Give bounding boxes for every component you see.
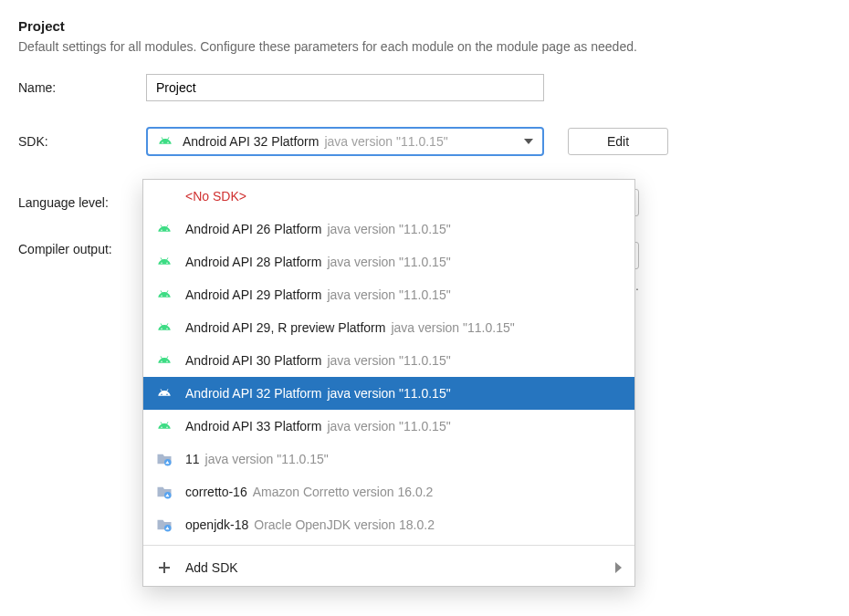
svg-point-3 bbox=[166, 229, 168, 231]
sdk-option-version: java version "11.0.15" bbox=[327, 287, 450, 302]
svg-point-5 bbox=[166, 262, 168, 264]
sdk-edit-button[interactable]: Edit bbox=[568, 128, 668, 155]
sdk-selected-name: Android API 32 Platform bbox=[183, 134, 319, 149]
project-name-input[interactable] bbox=[146, 74, 544, 101]
android-icon bbox=[156, 289, 173, 300]
svg-point-7 bbox=[166, 295, 168, 297]
sdk-option[interactable]: <No SDK> bbox=[143, 180, 634, 213]
sdk-combobox[interactable]: Android API 32 Platform java version "11… bbox=[146, 127, 544, 156]
sdk-option-version: java version "11.0.15" bbox=[327, 222, 450, 236]
sdk-option[interactable]: Android API 29, R preview Platformjava v… bbox=[143, 311, 634, 320]
svg-point-4 bbox=[161, 262, 162, 264]
android-icon bbox=[157, 136, 173, 147]
sdk-option[interactable]: Android API 26 Platformjava version "11.… bbox=[143, 213, 634, 245]
sdk-row: SDK: Android API 32 Platform java versio… bbox=[18, 127, 831, 156]
svg-point-0 bbox=[162, 141, 163, 143]
chevron-down-icon bbox=[524, 139, 533, 144]
sdk-option-version: java version "11.0.15" bbox=[327, 255, 450, 269]
svg-point-1 bbox=[167, 141, 169, 143]
svg-point-6 bbox=[161, 295, 162, 297]
language-level-label: Language level: bbox=[18, 195, 146, 210]
name-label: Name: bbox=[18, 80, 146, 95]
sdk-option[interactable]: Android API 29 Platformjava version "11.… bbox=[143, 278, 634, 311]
sdk-option-name: <No SDK> bbox=[185, 189, 246, 204]
sdk-option-name: Android API 26 Platform bbox=[185, 222, 321, 236]
sdk-option-name: Android API 28 Platform bbox=[185, 255, 321, 269]
android-icon bbox=[156, 256, 173, 267]
section-heading: Project bbox=[18, 18, 831, 34]
sdk-selected-version: java version "11.0.15" bbox=[324, 134, 447, 149]
name-row: Name: bbox=[18, 74, 831, 101]
section-description: Default settings for all modules. Config… bbox=[18, 39, 831, 54]
android-icon bbox=[156, 224, 173, 235]
svg-point-2 bbox=[161, 229, 162, 231]
sdk-option-name: Android API 29 Platform bbox=[185, 287, 321, 302]
sdk-dropdown-popup: <No SDK>Android API 26 Platformjava vers… bbox=[142, 179, 635, 320]
sdk-label: SDK: bbox=[18, 134, 146, 149]
sdk-option[interactable]: Android API 28 Platformjava version "11.… bbox=[143, 245, 634, 278]
compiler-output-label: Compiler output: bbox=[18, 242, 146, 256]
